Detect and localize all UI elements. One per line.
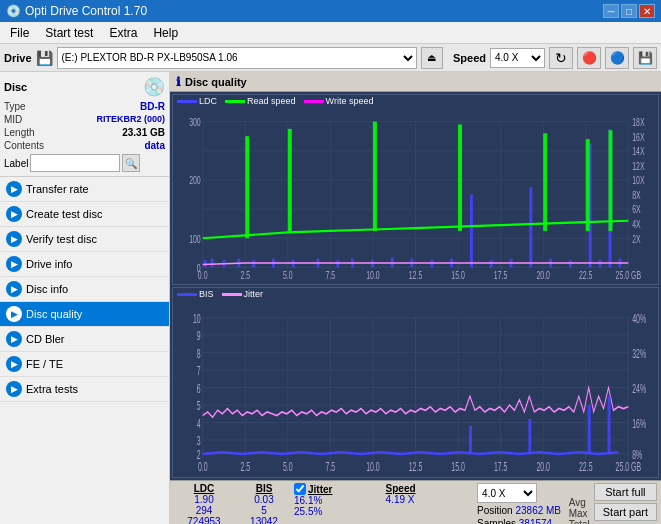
nav-cd-bler[interactable]: ▶ CD Bler [0, 327, 169, 352]
position-label: Position [477, 505, 513, 516]
chart2-svg: 10 9 8 7 6 5 4 3 2 40% 32% 24% 16% 8% [173, 300, 658, 475]
row-labels: Avg Max Total [569, 483, 590, 524]
svg-text:22.5: 22.5 [579, 460, 593, 474]
svg-rect-48 [292, 260, 295, 267]
jitter-checkbox[interactable] [294, 483, 306, 495]
disc-label-input[interactable] [30, 154, 120, 172]
disc-type-value: BD-R [140, 101, 165, 112]
legend-read-speed: Read speed [225, 96, 296, 106]
legend-jitter: Jitter [222, 289, 264, 299]
chart-header: ℹ Disc quality [170, 72, 661, 92]
disc-label-button[interactable]: 🔍 [122, 154, 140, 172]
start-part-button[interactable]: Start part [594, 503, 657, 521]
nav-label-create-test-disc: Create test disc [26, 208, 102, 220]
nav-icon-fe-te: ▶ [6, 356, 22, 372]
legend-read-speed-color [225, 100, 245, 103]
avg-row-label: Avg [569, 497, 586, 508]
stats-row: LDC 1.90 294 724953 BIS 0.03 5 13042 Jit [174, 483, 657, 524]
legend-bis-label: BIS [199, 289, 214, 299]
nav-label-extra-tests: Extra tests [26, 383, 78, 395]
disc-mid-value: RITEKBR2 (000) [96, 114, 165, 125]
svg-rect-55 [430, 260, 433, 267]
disc-icon: 💿 [143, 76, 165, 98]
samples-value: 381574 [519, 518, 552, 524]
speed-selector[interactable]: 4.0 X 1.0 X 2.0 X 6.0 X 8.0 X [490, 48, 545, 68]
svg-text:6: 6 [197, 382, 201, 396]
stats-speed-selector[interactable]: 4.0 X [477, 483, 537, 503]
title-bar-controls: ─ □ ✕ [603, 4, 655, 18]
nav-drive-info[interactable]: ▶ Drive info [0, 252, 169, 277]
svg-text:15.0: 15.0 [451, 270, 465, 282]
disc-contents-row: Contents data [4, 139, 165, 152]
svg-text:0.0: 0.0 [198, 270, 208, 282]
save-button[interactable]: 💾 [633, 47, 657, 69]
stats-ldc-total: 724953 [174, 516, 234, 524]
nav-fe-te[interactable]: ▶ FE / TE [0, 352, 169, 377]
chart2-legend: BIS Jitter [173, 288, 658, 300]
chart1-svg: 300 200 100 0 18X 16X 14X 12X 10X 8X 6X … [173, 107, 658, 282]
legend-jitter-label: Jitter [244, 289, 264, 299]
svg-text:10X: 10X [632, 175, 644, 187]
svg-text:7.5: 7.5 [326, 270, 336, 282]
drive-selector[interactable]: (E:) PLEXTOR BD-R PX-LB950SA 1.06 [57, 47, 417, 69]
nav-disc-info[interactable]: ▶ Disc info [0, 277, 169, 302]
legend-jitter-color [222, 293, 242, 296]
legend-ldc-label: LDC [199, 96, 217, 106]
svg-text:3: 3 [197, 434, 201, 448]
svg-text:2X: 2X [632, 233, 641, 245]
legend-write-speed: Write speed [304, 96, 374, 106]
menu-extra[interactable]: Extra [103, 24, 143, 42]
svg-rect-58 [490, 260, 493, 267]
position-row: Position 23862 MB [477, 505, 569, 516]
nav-icon-disc-quality: ▶ [6, 306, 22, 322]
legend-write-speed-label: Write speed [326, 96, 374, 106]
samples-row: Samples 381574 [477, 518, 569, 524]
nav-create-test-disc[interactable]: ▶ Create test disc [0, 202, 169, 227]
nav-icon-create-test-disc: ▶ [6, 206, 22, 222]
svg-rect-50 [336, 260, 339, 267]
app-icon: 💿 [6, 4, 21, 18]
disc-type-label: Type [4, 101, 26, 112]
left-panel: Disc 💿 Type BD-R MID RITEKBR2 (000) Leng… [0, 72, 170, 524]
disc-contents-value: data [144, 140, 165, 151]
svg-text:16%: 16% [632, 417, 646, 431]
menu-start-test[interactable]: Start test [39, 24, 99, 42]
eject-button[interactable]: ⏏ [421, 47, 443, 69]
chart2-container: BIS Jitter [172, 287, 659, 478]
start-full-button[interactable]: Start full [594, 483, 657, 501]
svg-rect-52 [371, 260, 374, 267]
stats-speed-avg: 4.19 X [386, 494, 478, 505]
stats-bis-header: BIS [234, 483, 294, 494]
svg-text:8X: 8X [632, 190, 641, 202]
chart-header-title: Disc quality [185, 76, 247, 88]
disc-contents-label: Contents [4, 140, 44, 151]
svg-text:10.0: 10.0 [366, 460, 380, 474]
nav-verify-test-disc[interactable]: ▶ Verify test disc [0, 227, 169, 252]
nav-label-disc-info: Disc info [26, 283, 68, 295]
maximize-button[interactable]: □ [621, 4, 637, 18]
stats-ldc-col: LDC 1.90 294 724953 [174, 483, 234, 524]
svg-rect-70 [458, 125, 462, 231]
svg-rect-72 [586, 139, 590, 231]
stats-jitter-max: 25.5% [294, 506, 386, 517]
nav-extra-tests[interactable]: ▶ Extra tests [0, 377, 169, 402]
disc-length-row: Length 23.31 GB [4, 126, 165, 139]
svg-text:40%: 40% [632, 312, 646, 326]
svg-text:12.5: 12.5 [409, 270, 423, 282]
menu-help[interactable]: Help [147, 24, 184, 42]
minimize-button[interactable]: ─ [603, 4, 619, 18]
nav-transfer-rate[interactable]: ▶ Transfer rate [0, 177, 169, 202]
settings-button2[interactable]: 🔵 [605, 47, 629, 69]
nav-icon-drive-info: ▶ [6, 256, 22, 272]
nav-disc-quality[interactable]: ▶ Disc quality [0, 302, 169, 327]
refresh-button[interactable]: ↻ [549, 47, 573, 69]
settings-button1[interactable]: 🔴 [577, 47, 601, 69]
svg-text:5.0: 5.0 [283, 460, 293, 474]
nav-label-disc-quality: Disc quality [26, 308, 82, 320]
svg-text:18X: 18X [632, 117, 644, 129]
menu-file[interactable]: File [4, 24, 35, 42]
svg-text:0.0: 0.0 [198, 460, 208, 474]
close-button[interactable]: ✕ [639, 4, 655, 18]
legend-ldc-color [177, 100, 197, 103]
legend-ldc: LDC [177, 96, 217, 106]
